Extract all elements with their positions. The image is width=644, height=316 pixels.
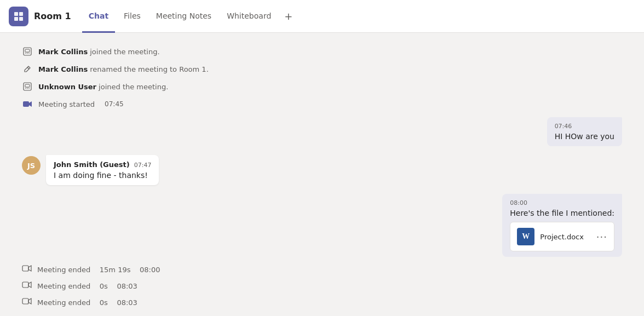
meeting-end-2: Meeting ended 0s 08:03 [0,279,644,293]
sender-name: John Smith (Guest) [54,160,130,169]
tab-whiteboard[interactable]: Whiteboard [220,0,278,33]
message-left-1: JS John Smith (Guest) 07:47 I am doing f… [0,152,644,188]
message-right-1: 07:46 HI HOw are you [0,114,644,150]
tab-meeting-notes[interactable]: Meeting Notes [150,0,218,33]
meeting-started-time: 07:45 [105,100,124,108]
chat-area: Mark Collins joined the meeting. Mark Co… [0,33,644,316]
room-title: Room 1 [34,11,71,21]
file-more-button[interactable]: ··· [596,231,607,243]
video-end-icon [22,265,32,274]
tab-chat[interactable]: Chat [82,0,115,33]
system-event-join1: Mark Collins joined the meeting. [0,44,644,59]
message-time: 07:46 [555,123,614,130]
room-icon [9,7,28,26]
svg-rect-7 [24,83,31,90]
word-icon [517,228,534,245]
message-time: 08:00 [510,199,614,206]
svg-rect-8 [25,84,30,87]
avatar-john-smith: JS [22,156,41,175]
meeting-end-text-1: Meeting ended 15m 19s 08:00 [37,266,160,274]
meeting-end-text-2: Meeting ended 0s 08:03 [37,282,137,290]
meeting-end-3: Meeting ended 0s 08:03 [0,295,644,309]
app-header: Room 1 Chat Files Meeting Notes Whiteboa… [0,0,644,33]
file-attachment[interactable]: Project.docx ··· [510,222,614,251]
message-right-2: 08:00 Here's the file I mentioned: Proje… [0,191,644,260]
edit-icon [22,64,33,74]
meeting-end-text-3: Meeting ended 0s 08:03 [37,298,137,307]
message-text: Here's the file I mentioned: [510,209,614,217]
message-text: I am doing fine - thanks! [54,171,151,180]
person-icon [22,46,33,57]
meeting-end-1: Meeting ended 15m 19s 08:00 [0,262,644,277]
system-event-rename1: Mark Collins renamed the meeting to Room… [0,61,644,77]
video-end-icon-2 [22,281,32,291]
svg-rect-10 [23,101,29,107]
nav-tabs: Chat Files Meeting Notes Whiteboard + [82,0,297,32]
person-icon-2 [22,81,33,92]
message-time: 07:47 [134,162,152,169]
svg-rect-1 [19,12,23,16]
system-event-meeting-started: Meeting started 07:45 [0,96,644,112]
svg-rect-0 [14,12,18,16]
video-end-icon-3 [22,297,32,307]
svg-rect-4 [24,48,31,55]
tab-files[interactable]: Files [117,0,147,33]
meeting-started-text: Meeting started [38,100,95,108]
svg-rect-5 [25,49,30,52]
add-tab-button[interactable]: + [280,0,297,32]
svg-rect-11 [22,266,28,271]
file-name: Project.docx [540,233,591,241]
svg-rect-2 [14,17,18,21]
svg-rect-13 [22,298,28,304]
system-event-join2: Unknown User joined the meeting. [0,79,644,94]
svg-rect-3 [19,17,23,21]
svg-rect-12 [22,282,28,288]
video-icon [22,99,33,110]
message-text: HI HOw are you [555,132,614,141]
